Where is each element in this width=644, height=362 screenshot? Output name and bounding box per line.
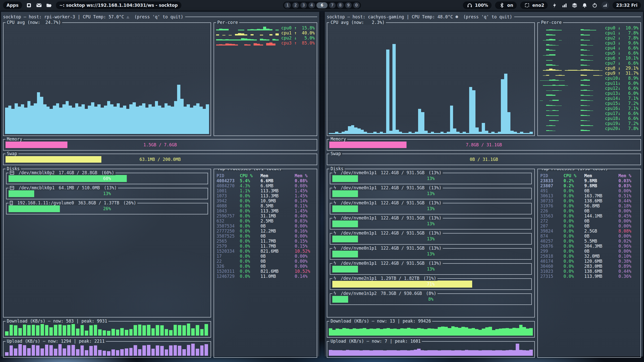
workspace-2[interactable]: 2 (292, 2, 299, 8)
terminal-left[interactable]: socktop — host: rpi-worker-3 | CPU Temp:… (1, 12, 319, 356)
top-processes-panel: Top Processes (671 total) PID CPU % Mem … (214, 169, 317, 358)
core-row: cpu0 ↑ 15.8% (216, 25, 315, 30)
col-header-cpu: CPU % (240, 173, 260, 178)
process-row: 23807 0.2% 9.8MB 0.03% (540, 183, 638, 188)
process-mem-pct: 0.00% (618, 218, 638, 223)
disk-bar-label: 13% (332, 235, 529, 242)
drive-icon (10, 186, 14, 190)
download-panel: Download (KB/s) — now: 583 | peak: 9931 (3, 321, 211, 338)
process-mem-pct: 1.45% (295, 188, 314, 193)
core-trend-arrow: ↓ (618, 51, 623, 56)
core-name: cpu11 (605, 81, 618, 86)
process-mem: 120.6MB (584, 259, 619, 264)
upload-panel: Upload (KB/s) — now: 1294 | peak: 2211 (3, 341, 211, 358)
process-mem-pct: 0.08% (295, 178, 314, 183)
clock[interactable]: 23:32 Fri (613, 2, 641, 9)
core-name: cpu3 (281, 40, 294, 46)
memory-usage-text: 1.5GB / 7.6GB (4, 140, 317, 150)
bluetooth-pill[interactable]: on (495, 2, 517, 9)
process-mem: 8.5MB (261, 203, 295, 208)
workspace-1[interactable]: 1 (284, 2, 291, 8)
disk-bar-label: 71% (332, 281, 529, 288)
core-row: cpu14 ↓ 7.1% (540, 96, 638, 101)
core-trend-arrow: ↓ (618, 101, 623, 106)
network-pill[interactable]: eno2 (520, 2, 548, 9)
process-mem-pct: 1.45% (295, 193, 314, 198)
disk-usage-bar: 13% (332, 220, 529, 227)
process-cpu: 0.0% (564, 254, 584, 259)
process-cpu: 0.0% (240, 269, 260, 274)
core-row: cpu18 ↓ 6.6% (540, 116, 638, 121)
core-usage-sparkline (540, 116, 602, 121)
process-mem-pct: 0.45% (618, 213, 638, 218)
core-trend-arrow: ↓ (618, 91, 623, 96)
workspace-9[interactable]: 9 (345, 2, 352, 8)
process-table-body: 23833 0.2% 9.8MB 0.03% 23807 0.2% 9.8MB … (540, 178, 638, 279)
disk-name: /dev/nvme0n1p1 (341, 170, 377, 175)
core-trend-arrow: ↑ (294, 25, 299, 30)
workspace-3[interactable]: 3 (300, 2, 307, 8)
disk-title: ϟ /dev/nvme0n1p1 122.4GB / 931.5GB (13%) (332, 261, 443, 266)
power-icon[interactable] (591, 2, 598, 9)
core-usage-sparkline (216, 26, 279, 30)
process-mem: 5.5MB (584, 239, 619, 244)
flash-icon: ϟ (334, 261, 336, 265)
core-usage-value: 6.6% (623, 116, 638, 121)
process-mem: 9.8MB (584, 178, 619, 183)
process-mem-pct: 0.14% (295, 274, 314, 279)
process-row: 326 0.0% 0B 0.00% (217, 264, 314, 269)
core-usage-sparkline (540, 81, 602, 86)
process-mem: 0B (261, 264, 295, 269)
flash-icon: ϟ (334, 231, 336, 235)
process-mem-pct: 0.02% (618, 239, 638, 244)
taskbar-right: 100% on eno2 (463, 2, 641, 9)
workspace-0[interactable]: 0 (353, 2, 360, 8)
process-cpu: 0.0% (564, 234, 584, 239)
core-usage-value: 6.6% (623, 61, 638, 66)
process-row: 3507534 0.0% 0B 0.00% (217, 223, 314, 229)
workspace-6[interactable]: 6 (316, 2, 328, 8)
terminal-right[interactable]: socktop — host: cachyos-gaming | CPU Tem… (325, 12, 643, 356)
core-row: cpu1 ↑ 40.0% (216, 30, 315, 35)
memory-panel: Memory 1.5GB / 7.6GB (3, 139, 317, 151)
bolt-icon[interactable] (551, 2, 558, 9)
workspace-4[interactable]: 4 (308, 2, 315, 8)
taskbar-left: Apps ~: socktop ws://192.168.1.104:3031/… (3, 2, 181, 9)
workspace-8[interactable]: 8 (337, 2, 344, 8)
process-table-body: 4084273 5.4% 6.6MB 0.08% 4084270 4.3% 6.… (217, 178, 314, 279)
layers-icon[interactable] (571, 2, 578, 9)
process-mem: 113.3MB (261, 208, 295, 213)
bell-icon[interactable] (581, 2, 588, 9)
process-pid: 1246729 (217, 274, 240, 279)
core-usage-sparkline (216, 41, 279, 46)
core-name: cpu18 (605, 116, 618, 121)
disk-item: ϟ /dev/nvme1n1p2 78.3GB / 930.6GB (8%) 8… (330, 293, 532, 305)
process-mem-pct: 0.00% (618, 208, 638, 213)
process-pid: 25818 (540, 254, 564, 259)
core-name: cpu16 (605, 106, 618, 111)
disk-usage: 64.1MB / 510.0MB (59, 185, 100, 190)
disk-bar-label: 13% (332, 190, 529, 197)
flash-icon: ϟ (334, 291, 336, 296)
process-mem-pct: 0.44% (618, 198, 638, 203)
volume-pill[interactable]: 100% (463, 2, 492, 9)
window-icon[interactable] (26, 2, 32, 9)
process-row: 207 0.0% 0B 0.00% (540, 223, 638, 229)
disk-item: ϟ /dev/mmcblk0p2 17.4GB / 28.8GB (60%) 6… (6, 173, 208, 184)
core-trend-arrow: ↓ (618, 46, 623, 51)
core-row: cpu11 ↓ 6.0% (540, 81, 638, 86)
apps-button[interactable]: Apps (3, 2, 22, 9)
disk-usage: 363.8GB / 1.37TB (78, 200, 119, 205)
mail-icon[interactable] (36, 2, 42, 9)
core-usage-value: 40.0% (299, 30, 315, 35)
disks-panel: Disks ϟ /dev/mmcblk0p2 17.4GB / 28.8GB (… (3, 169, 211, 318)
folder-icon[interactable] (46, 2, 52, 9)
window-title[interactable]: ~: socktop ws://192.168.1.104:3031/ws - … (56, 2, 181, 9)
core-usage-sparkline (540, 46, 602, 51)
workspace-7[interactable]: 7 (329, 2, 336, 8)
logo-icon[interactable] (601, 2, 609, 9)
signal-bars-icon[interactable] (561, 2, 568, 9)
process-row: 491 0.0% 0B 0.00% (540, 188, 638, 193)
process-cpu: 1.1% (240, 188, 260, 193)
process-mem-pct: 0.15% (295, 244, 314, 249)
